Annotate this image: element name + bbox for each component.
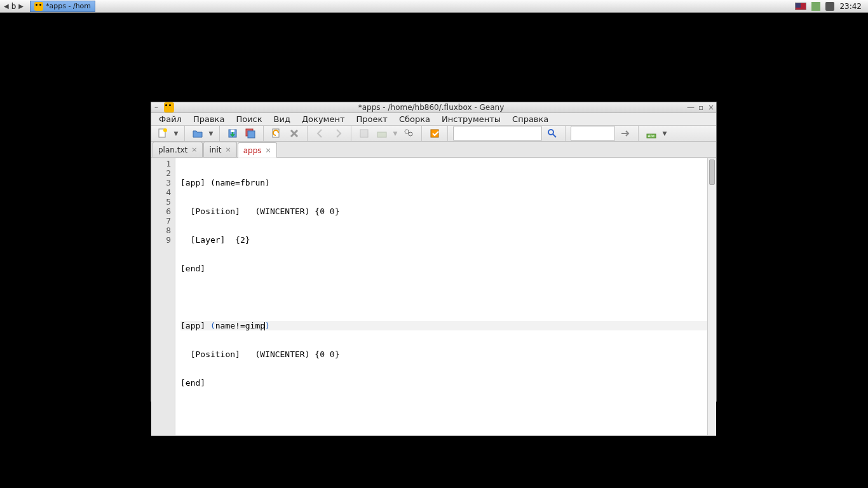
taskbar-task-geany[interactable]: *apps - /hom xyxy=(30,1,95,12)
toolbar-sep xyxy=(447,126,448,141)
close-file-button[interactable] xyxy=(287,126,302,141)
svg-point-12 xyxy=(548,130,553,135)
toolbar-sep xyxy=(184,126,185,141)
toolbar-sep xyxy=(263,126,264,141)
code-area[interactable]: [app] (name=fbrun) [Position] (WINCENTER… xyxy=(175,158,716,435)
build-button[interactable] xyxy=(374,126,390,141)
clock[interactable]: 23:42 xyxy=(839,2,862,11)
taskbar-task-label: *apps - /hom xyxy=(46,2,91,10)
statusbar: строка: 6 / 9 столбец: 6 выделено: 0 ВСТ… xyxy=(151,435,716,436)
goto-line-button[interactable] xyxy=(618,126,633,141)
menu-build[interactable]: Сборка xyxy=(394,113,435,125)
build-dropdown[interactable]: ▼ xyxy=(392,130,398,137)
search-input[interactable] xyxy=(453,126,542,141)
preferences-button[interactable]: Abc xyxy=(644,126,659,141)
menubar: Файл Правка Поиск Вид Документ Проект Сб… xyxy=(151,113,716,126)
menu-search[interactable]: Поиск xyxy=(231,113,267,125)
status-tab: ТАБ xyxy=(343,435,357,436)
geany-window: – *apps - /home/hb860/.fluxbox - Geany —… xyxy=(151,102,717,402)
nav-prev-icon[interactable]: ◀ xyxy=(4,3,9,10)
geany-task-icon xyxy=(34,2,43,11)
code-line: [Position] (WINCENTER) {0 0} xyxy=(180,349,716,359)
open-file-button[interactable] xyxy=(190,126,205,141)
revert-button[interactable] xyxy=(269,126,284,141)
svg-text:Abc: Abc xyxy=(648,133,654,138)
code-line: [end] xyxy=(180,378,716,388)
new-file-button[interactable] xyxy=(155,126,170,141)
svg-rect-5 xyxy=(248,131,255,138)
svg-rect-8 xyxy=(377,132,386,137)
system-tray: 23:42 xyxy=(795,2,868,11)
status-mode: режим: Unix (LF) xyxy=(397,435,458,436)
code-line: [Layer] {2} xyxy=(180,235,716,245)
tab-close-icon[interactable]: × xyxy=(225,146,231,154)
close-button[interactable]: × xyxy=(706,103,716,112)
tab-label: plan.txt xyxy=(158,146,187,154)
tab-label: init xyxy=(209,146,221,154)
minimize-button[interactable]: — xyxy=(686,103,696,112)
code-line xyxy=(180,407,716,416)
menu-edit[interactable]: Правка xyxy=(188,113,229,125)
titlebar[interactable]: – *apps - /home/hb860/.fluxbox - Geany —… xyxy=(151,102,716,113)
status-column: столбец: 6 xyxy=(210,435,249,436)
line-number-gutter: 123456789 xyxy=(151,158,175,435)
code-line: [end] xyxy=(180,264,716,273)
code-line: [Position] (WINCENTER) {0 0} xyxy=(180,207,716,216)
svg-point-1 xyxy=(163,128,167,132)
toolbar-sep xyxy=(565,126,566,141)
tab-apps[interactable]: apps × xyxy=(238,142,277,158)
nav-next-icon[interactable]: ▶ xyxy=(18,3,24,10)
system-taskbar: ◀ b ▶ *apps - /hom 23:42 xyxy=(0,0,868,13)
tab-label: apps xyxy=(243,146,262,155)
toolbar-sep xyxy=(638,126,639,141)
tray-icon-1[interactable] xyxy=(811,2,820,11)
window-menu-icon[interactable]: – xyxy=(151,103,161,112)
nav-back-button[interactable] xyxy=(313,126,328,141)
menu-file[interactable]: Файл xyxy=(154,113,187,125)
save-all-button[interactable] xyxy=(243,126,258,141)
status-selection: выделено: 0 xyxy=(261,435,306,436)
nav-b[interactable]: b xyxy=(11,2,17,11)
run-button[interactable] xyxy=(401,126,416,141)
toolbar-sep xyxy=(219,126,220,141)
tab-close-icon[interactable]: × xyxy=(191,146,197,154)
toolbar: ▼ ▼ ▼ xyxy=(151,126,716,142)
code-line: [app] (name=fbrun) xyxy=(180,178,716,187)
menu-tools[interactable]: Инструменты xyxy=(437,113,506,125)
tab-plan-txt[interactable]: plan.txt × xyxy=(153,142,203,157)
menu-view[interactable]: Вид xyxy=(269,113,295,125)
toolbar-sep xyxy=(307,126,308,141)
find-button[interactable] xyxy=(545,126,560,141)
geany-app-icon xyxy=(164,102,174,112)
toolbar-sep xyxy=(421,126,422,141)
menu-project[interactable]: Проект xyxy=(351,113,393,125)
window-title: *apps - /home/hb860/.fluxbox - Geany xyxy=(177,103,686,112)
volume-icon[interactable] xyxy=(825,2,834,11)
goto-line-input[interactable] xyxy=(571,126,615,141)
status-modified: МОД xyxy=(369,435,386,436)
open-file-dropdown[interactable]: ▼ xyxy=(208,130,214,137)
svg-rect-7 xyxy=(360,130,368,137)
tab-init[interactable]: init × xyxy=(203,142,236,157)
new-file-dropdown[interactable]: ▼ xyxy=(173,130,179,137)
status-filetype: тип файла: Пустой xyxy=(545,435,614,436)
editor[interactable]: 123456789 [app] (name=fbrun) [Position] … xyxy=(151,158,716,435)
menu-help[interactable]: Справка xyxy=(507,113,553,125)
maximize-button[interactable]: ▫ xyxy=(696,103,706,112)
compile-button[interactable] xyxy=(356,126,372,141)
status-scope: област... xyxy=(626,435,658,436)
menu-document[interactable]: Документ xyxy=(297,113,350,125)
save-button[interactable] xyxy=(225,126,240,141)
status-insert: ВСТ xyxy=(318,435,332,436)
taskbar-nav: ◀ b ▶ xyxy=(0,2,27,11)
preferences-dropdown[interactable]: ▼ xyxy=(661,130,668,137)
toolbar-sep xyxy=(351,126,351,141)
vertical-scrollbar[interactable] xyxy=(707,158,716,435)
status-line: строка: 6 / 9 xyxy=(154,435,199,436)
scrollbar-thumb[interactable] xyxy=(709,159,715,185)
nav-forward-button[interactable] xyxy=(330,126,346,141)
color-chooser-button[interactable] xyxy=(427,126,442,141)
tab-close-icon[interactable]: × xyxy=(266,146,271,154)
svg-rect-3 xyxy=(231,130,234,132)
keyboard-layout-icon[interactable] xyxy=(795,3,806,10)
